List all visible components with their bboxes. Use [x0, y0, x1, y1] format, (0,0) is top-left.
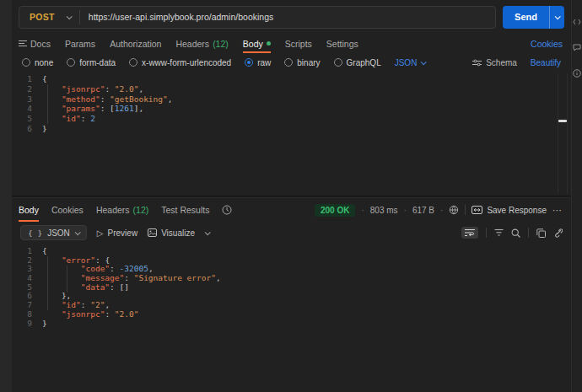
mode-raw[interactable]: raw	[245, 58, 271, 67]
tab-authorization[interactable]: Authorization	[110, 34, 161, 53]
code-line: 5 "id": 2	[12, 114, 571, 124]
response-meta: 200 OK · 803 ms · 617 B · Save Response …	[315, 204, 563, 217]
indent-guide	[47, 256, 48, 310]
play-icon: ▷	[97, 228, 104, 238]
copy-icon[interactable]	[536, 228, 546, 238]
radio-selected-icon	[245, 58, 253, 67]
tab-label: Cookies	[51, 205, 84, 215]
chevron-down-icon	[66, 13, 72, 19]
visualize-label: Visualize	[161, 228, 195, 238]
wrap-text-button[interactable]	[461, 227, 478, 239]
divider	[528, 228, 529, 238]
radio-icon	[67, 58, 75, 67]
more-options-button[interactable]: ⋯	[552, 205, 563, 216]
divider	[486, 228, 487, 238]
tab-label: Settings	[326, 39, 358, 49]
link-icon[interactable]	[553, 228, 563, 238]
schema-label: Schema	[486, 58, 517, 67]
tab-label: Docs	[30, 39, 51, 49]
url-input[interactable]	[80, 12, 495, 22]
tab-label: Test Results	[161, 205, 209, 215]
request-body-editor[interactable]: 1{2 "jsonrpc": "2.0",3 "method": "getBoo…	[12, 72, 571, 196]
beautify-button[interactable]: Beautify	[531, 58, 561, 67]
comments-icon[interactable]	[573, 44, 581, 51]
url-group: POST	[19, 6, 496, 29]
response-size[interactable]: 617 B	[412, 206, 434, 215]
code-line: 5 "data": []	[12, 283, 571, 293]
response-tab-cookies[interactable]: Cookies	[51, 198, 84, 222]
radio-icon	[334, 58, 342, 67]
left-gutter	[0, 0, 12, 392]
response-tab-headers[interactable]: Headers (12)	[96, 198, 148, 222]
visualize-button[interactable]: Visualize	[148, 228, 195, 238]
response-tab-body[interactable]: Body	[19, 198, 39, 222]
tab-label: Headers	[96, 205, 130, 215]
chevron-down-icon	[555, 13, 561, 19]
response-tab-test-results[interactable]: Test Results	[161, 198, 209, 222]
body-mode-row: none form-data x-www-form-urlencoded raw…	[12, 53, 571, 72]
tab-scripts[interactable]: Scripts	[285, 34, 312, 53]
tab-label: Authorization	[110, 39, 161, 49]
chevron-down-icon	[75, 229, 81, 235]
tab-docs[interactable]: Docs	[19, 34, 51, 53]
radio-icon	[22, 58, 30, 67]
response-format-label: JSON	[47, 228, 70, 238]
mode-none[interactable]: none	[22, 58, 53, 67]
response-history-icon[interactable]	[222, 205, 232, 215]
radio-icon	[129, 58, 137, 67]
mode-label: GraphQL	[347, 58, 381, 67]
request-tabs: Docs Params Authorization Headers (12) B…	[12, 34, 571, 53]
response-tool-icons	[461, 227, 563, 239]
code-line: 6}	[12, 124, 571, 134]
mode-binary[interactable]: binary	[284, 58, 320, 67]
chevron-down-icon[interactable]	[205, 229, 211, 235]
save-response-label: Save Response	[487, 206, 547, 215]
schema-button[interactable]: Schema	[472, 58, 517, 67]
tab-params[interactable]: Params	[65, 34, 95, 53]
method-selector[interactable]: POST	[19, 7, 79, 28]
chevron-down-icon	[421, 59, 427, 65]
preview-button[interactable]: ▷ Preview	[97, 228, 137, 238]
cookies-link[interactable]: Cookies	[531, 39, 563, 49]
tab-label: Params	[65, 39, 95, 49]
mode-graphql[interactable]: GraphQL	[334, 58, 381, 67]
save-response-button[interactable]: Save Response	[472, 206, 547, 215]
search-icon[interactable]	[511, 228, 520, 238]
send-options-caret[interactable]	[549, 6, 564, 29]
schema-icon	[472, 59, 482, 67]
scrollbar-thumb[interactable]	[558, 120, 567, 122]
code-line: 9}	[12, 320, 571, 329]
language-selector[interactable]: JSON	[395, 58, 426, 67]
send-button[interactable]: Send	[503, 6, 564, 29]
language-label: JSON	[395, 58, 418, 67]
code-line: 2 "jsonrpc": "2.0",	[12, 84, 571, 94]
code-line: 3 "method": "getBooking",	[12, 94, 571, 105]
tab-settings[interactable]: Settings	[326, 34, 358, 53]
request-editor-scrollbar[interactable]	[558, 73, 568, 194]
tab-label: Scripts	[285, 39, 312, 49]
info-icon[interactable]	[573, 69, 581, 78]
response-format-selector[interactable]: { } JSON	[20, 225, 87, 240]
tab-label: Body	[243, 39, 263, 49]
code-icon[interactable]	[573, 19, 581, 25]
indent-guide	[47, 84, 48, 124]
mode-form-data[interactable]: form-data	[67, 58, 116, 67]
response-time[interactable]: 803 ms	[370, 206, 398, 215]
indent-guide	[67, 266, 67, 293]
preview-label: Preview	[108, 228, 138, 238]
request-url-bar: POST Send	[12, 0, 571, 34]
mode-x-www-form-urlencoded[interactable]: x-www-form-urlencoded	[129, 58, 231, 67]
status-badge[interactable]: 200 OK	[315, 204, 355, 217]
filter-icon[interactable]	[494, 228, 504, 237]
tab-body[interactable]: Body	[243, 34, 271, 53]
code-line: 1{	[12, 74, 571, 84]
code-line: 8 "jsonrpc": "2.0"	[12, 310, 571, 320]
tab-headers[interactable]: Headers (12)	[175, 34, 228, 53]
divider	[465, 205, 466, 215]
response-body-viewer[interactable]: 1{2 "error": {3 "code": -32005,4 "messag…	[12, 244, 571, 392]
send-button-label: Send	[503, 6, 549, 29]
tab-label: Body	[19, 205, 39, 215]
separator: ·	[361, 206, 364, 215]
response-tabs: Body Cookies Headers (12) Test Results 2…	[12, 198, 571, 222]
network-info-icon[interactable]	[449, 205, 459, 215]
